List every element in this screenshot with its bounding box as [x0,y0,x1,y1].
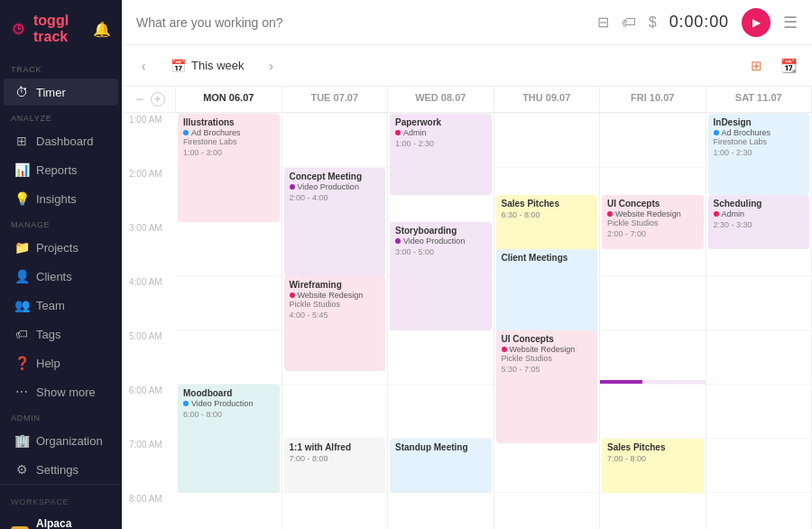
time-cell-day3-hour1[interactable] [494,113,601,167]
time-cell-day3-hour7[interactable] [494,438,601,492]
sidebar-item-organization[interactable]: 🏢 Organization [4,427,118,454]
event-title: UI Concepts [607,199,698,209]
time-cell-day5-hour8[interactable] [706,492,813,529]
time-cell-day4-hour5[interactable] [600,329,706,384]
time-cell-day0-hour8[interactable] [176,492,282,529]
next-week-button[interactable]: › [261,55,282,77]
event-ev12[interactable]: Sales Pitches7:00 - 8:00 [602,439,704,493]
time-cell-day3-hour8[interactable] [494,492,601,529]
event-ev1[interactable]: Illustrations Ad Brochures Firestone Lab… [178,114,280,222]
sidebar-label-show-more: Show more [36,385,96,399]
event-moodboard[interactable]: Moodboard Video Production 6:00 - 8:00 [178,385,280,493]
time-cell-day0-hour5[interactable] [176,329,282,384]
time-cell-day4-hour8[interactable] [600,492,706,529]
projects-icon: 📁 [14,240,29,255]
event-time: 6:30 - 8:00 [502,210,593,219]
workspace-item[interactable]: A Alpaca Army Toggl ▲ [0,512,122,529]
event-time: 1:00 - 2:30 [395,139,486,148]
tag-icon[interactable]: 🏷 [622,14,636,31]
time-cell-day0-hour3[interactable] [176,221,282,275]
time-cell-day2-hour8[interactable] [388,492,494,529]
sidebar-label-timer: Timer [36,86,66,99]
event-time: 7:00 - 8:00 [607,454,698,463]
sidebar-item-clients[interactable]: 👤 Clients [4,263,118,290]
time-cell-day2-hour5[interactable] [388,329,494,384]
time-cell-day4-hour4[interactable] [600,275,706,329]
analyze-section-label: ANALYZE [0,107,122,126]
team-icon: 👥 [14,298,29,312]
hamburger-icon[interactable]: ☰ [783,13,798,32]
time-cell-day4-hour2[interactable]: UI Concepts Website Redesign Pickle Stud… [600,167,706,221]
time-cell-day3-hour5[interactable]: UI Concepts Website Redesign Pickle Stud… [494,329,601,384]
time-cell-day1-hour4[interactable]: Wireframing Website Redesign Pickle Stud… [282,275,389,329]
time-cell-day4-hour1[interactable] [600,113,706,167]
time-cell-day1-hour6[interactable] [282,384,389,438]
time-cell-day3-hour2[interactable]: Sales Pitches6:30 - 8:00 [494,167,601,221]
sidebar-item-help[interactable]: ❓ Help [4,349,118,376]
sidebar-item-timer[interactable]: ⏱ Timer [4,79,118,106]
event-ev3[interactable]: Wireframing Website Redesign Pickle Stud… [284,276,386,371]
timer-input[interactable] [136,15,586,30]
time-cell-day1-hour2[interactable]: Concept Meeting Video Production 2:00 - … [282,167,389,221]
time-cell-day2-hour7[interactable]: Standup Meeting [388,438,494,492]
time-cell-day0-hour6[interactable]: Moodboard Video Production 6:00 - 8:00 [176,384,282,438]
calendar-view-toggle[interactable]: 📆 [776,53,801,79]
current-week-button[interactable]: 📅 This week [161,55,254,77]
zoom-in-icon[interactable]: + [151,92,165,107]
notification-icon[interactable]: 🔔 [93,21,111,38]
event-ev2[interactable]: Concept Meeting Video Production 2:00 - … [284,168,386,276]
time-cell-day4-hour7[interactable]: Sales Pitches7:00 - 8:00 [600,438,706,492]
time-label-1: 1:00 AM [122,113,176,167]
sidebar-item-team[interactable]: 👥 Team [4,292,118,319]
event-project: Ad Brochures [183,128,274,137]
event-project: Video Production [183,399,274,408]
event-ev13[interactable]: InDesign Ad Brochures Firestone Labs1:00… [708,114,810,195]
header-sat: SAT 11.07 [706,87,813,112]
view-toggles: ⊞ 📆 [743,53,801,79]
event-ev7[interactable]: Standup Meeting [390,439,492,493]
event-title: Sales Pitches [502,199,593,209]
time-cell-day2-hour1[interactable]: Paperwork Admin 1:00 - 2:30 [388,113,494,167]
calendar: − + MON 06.07 TUE 07.07 WED 08.07 THU 09… [122,87,812,529]
event-dot [395,130,401,135]
dashboard-icon: ⊞ [14,134,29,148]
time-label-6: 6:00 AM [122,384,176,438]
time-cell-day2-hour3[interactable]: Storyboarding Video Production 3:00 - 5:… [388,221,494,275]
prev-week-button[interactable]: ‹ [133,55,154,77]
time-cell-day4-hour6[interactable] [600,384,706,438]
sidebar-item-dashboard[interactable]: ⊞ Dashboard [4,127,118,154]
sidebar-item-projects[interactable]: 📁 Projects [4,234,118,261]
sidebar-item-reports[interactable]: 📊 Reports [4,156,118,183]
sidebar-item-show-more[interactable]: ⋯ Show more [4,378,118,405]
sidebar-item-tags[interactable]: 🏷 Tags [4,320,118,348]
time-cell-day1-hour7[interactable]: 1:1 with Alfred7:00 - 8:00 [282,438,389,492]
time-cell-day1-hour1[interactable] [282,113,389,167]
time-cell-day1-hour8[interactable] [282,492,389,529]
event-ev5[interactable]: Paperwork Admin 1:00 - 2:30 [390,114,492,195]
event-ev14[interactable]: Scheduling Admin 2:30 - 3:30 [708,195,810,249]
time-cell-day5-hour7[interactable] [706,438,813,492]
billing-icon[interactable]: $ [649,14,657,31]
play-button[interactable]: ▶ [742,8,770,37]
event-title: Standup Meeting [395,442,486,452]
event-ev4[interactable]: 1:1 with Alfred7:00 - 8:00 [284,439,386,493]
event-dot [183,130,189,135]
event-title: Wireframing [290,280,381,290]
app-name: toggl track [33,13,86,45]
list-view-toggle[interactable]: ⊞ [743,53,769,79]
time-cell-day0-hour1[interactable]: Illustrations Ad Brochures Firestone Lab… [176,113,282,167]
sidebar-item-insights[interactable]: 💡 Insights [4,185,118,212]
time-cell-day2-hour6[interactable] [388,384,494,438]
event-ev6[interactable]: Storyboarding Video Production 3:00 - 5:… [390,222,492,330]
event-ev10[interactable]: UI Concepts Website Redesign Pickle Stud… [496,330,598,443]
sidebar-item-settings[interactable]: ⚙ Settings [4,456,118,483]
time-cell-day5-hour5[interactable] [706,329,813,384]
folder-icon[interactable]: ⊟ [597,14,609,31]
event-project: Website Redesign [502,345,593,354]
zoom-out-icon[interactable]: − [133,92,147,107]
event-ev11[interactable]: UI Concepts Website Redesign Pickle Stud… [602,195,704,249]
time-cell-day5-hour1[interactable]: InDesign Ad Brochures Firestone Labs1:00… [706,113,813,167]
time-cell-day5-hour4[interactable] [706,275,813,329]
time-cell-day5-hour6[interactable] [706,384,813,438]
time-cell-day0-hour4[interactable] [176,275,282,329]
